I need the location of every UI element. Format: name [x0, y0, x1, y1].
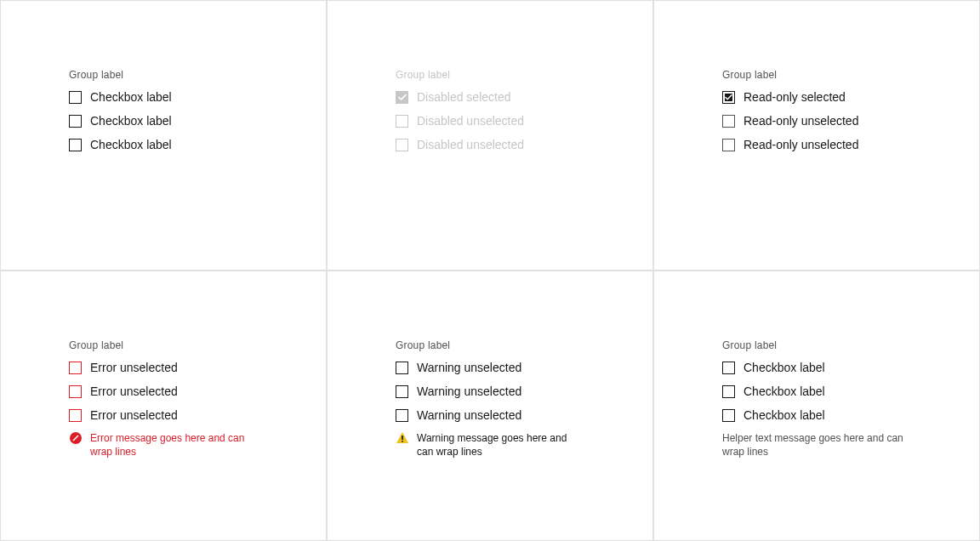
checkmark-icon [725, 94, 732, 100]
checkbox-box-unchecked[interactable] [722, 362, 735, 374]
checkbox-item[interactable]: Checkbox label [69, 89, 326, 105]
checkbox-label: Error unselected [90, 407, 178, 423]
checkbox-label: Read-only unselected [744, 137, 858, 152]
checkbox-label: Disabled unselected [417, 113, 524, 128]
checkbox-label: Error unselected [90, 384, 178, 399]
checkbox-box-unchecked[interactable] [722, 409, 735, 422]
checkbox-item[interactable]: Error unselected [69, 360, 326, 375]
checkbox-item-disabled: Disabled selected [396, 89, 652, 105]
checkbox-box-unchecked-error[interactable] [69, 409, 82, 422]
svg-rect-3 [402, 441, 403, 442]
checkbox-box-unchecked[interactable] [396, 385, 408, 398]
checkbox-item-readonly: Read-only selected [722, 89, 979, 105]
checkbox-box-unchecked[interactable] [69, 115, 82, 128]
checkbox-group-readonly: Group label Read-only selected Read-only… [653, 0, 980, 270]
checkbox-box-unchecked-error[interactable] [69, 362, 82, 374]
checkbox-box-unchecked[interactable] [396, 409, 408, 422]
checkbox-label: Checkbox label [90, 113, 172, 128]
error-message-text: Error message goes here and can wrap lin… [90, 431, 256, 458]
checkbox-label: Read-only selected [744, 89, 846, 105]
checkbox-item[interactable]: Checkbox label [722, 360, 979, 375]
warning-message: Warning message goes here and can wrap l… [396, 431, 583, 458]
checkbox-box-unchecked[interactable] [69, 91, 82, 104]
checkbox-box-unchecked[interactable] [396, 362, 408, 374]
warning-message-text: Warning message goes here and can wrap l… [417, 431, 583, 458]
checkbox-item[interactable]: Error unselected [69, 384, 326, 399]
checkbox-box-checked-readonly [722, 91, 735, 104]
checkbox-group-default: Group label Checkbox label Checkbox labe… [0, 0, 327, 270]
checkbox-label: Warning unselected [417, 407, 521, 423]
error-message: Error message goes here and can wrap lin… [69, 431, 256, 458]
checkbox-item[interactable]: Error unselected [69, 407, 326, 423]
checkbox-item-disabled: Disabled unselected [396, 137, 652, 152]
checkbox-item[interactable]: Warning unselected [396, 360, 652, 375]
checkbox-item-readonly: Read-only unselected [722, 113, 979, 128]
checkbox-group-warning: Group label Warning unselected Warning u… [327, 270, 653, 541]
checkbox-box-unchecked-readonly [722, 139, 735, 151]
checkbox-box-unchecked[interactable] [722, 385, 735, 398]
checkbox-label: Read-only unselected [744, 113, 858, 128]
checkbox-item[interactable]: Checkbox label [722, 384, 979, 399]
error-filled-icon [69, 431, 83, 445]
checkmark-icon [398, 94, 407, 100]
checkbox-label: Checkbox label [744, 407, 825, 423]
group-label: Group label [69, 339, 326, 351]
group-label: Group label [722, 69, 979, 81]
checkbox-label: Warning unselected [417, 360, 521, 375]
checkbox-item-readonly: Read-only unselected [722, 137, 979, 152]
checkbox-box-unchecked-disabled [396, 115, 408, 128]
checkbox-label: Checkbox label [744, 384, 825, 399]
checkbox-label: Checkbox label [90, 89, 172, 105]
checkbox-item[interactable]: Checkbox label [69, 137, 326, 152]
checkbox-label: Disabled unselected [417, 137, 524, 152]
group-label: Group label [396, 69, 652, 81]
checkbox-item-disabled: Disabled unselected [396, 113, 652, 128]
warning-filled-icon [396, 431, 409, 445]
group-label: Group label [722, 339, 979, 351]
checkbox-box-checked-disabled [396, 91, 408, 104]
checkbox-item[interactable]: Warning unselected [396, 384, 652, 399]
group-label: Group label [69, 69, 326, 81]
checkbox-item[interactable]: Checkbox label [69, 113, 326, 128]
checkbox-label: Warning unselected [417, 384, 521, 399]
checkbox-box-unchecked[interactable] [69, 139, 82, 151]
checkbox-item[interactable]: Checkbox label [722, 407, 979, 423]
svg-rect-2 [402, 436, 403, 440]
helper-text: Helper text message goes here and can wr… [722, 431, 909, 458]
checkbox-box-unchecked-error[interactable] [69, 385, 82, 398]
checkbox-item[interactable]: Warning unselected [396, 407, 652, 423]
checkbox-label: Checkbox label [90, 137, 172, 152]
checkbox-label: Checkbox label [744, 360, 825, 375]
checkbox-label: Disabled selected [417, 89, 511, 105]
checkbox-box-unchecked-disabled [396, 139, 408, 151]
checkbox-group-error: Group label Error unselected Error unsel… [0, 270, 327, 541]
checkbox-box-unchecked-readonly [722, 115, 735, 128]
checkbox-group-disabled: Group label Disabled selected Disabled u… [327, 0, 653, 270]
group-label: Group label [396, 339, 652, 351]
checkbox-group-helper: Group label Checkbox label Checkbox labe… [653, 270, 980, 541]
checkbox-label: Error unselected [90, 360, 178, 375]
